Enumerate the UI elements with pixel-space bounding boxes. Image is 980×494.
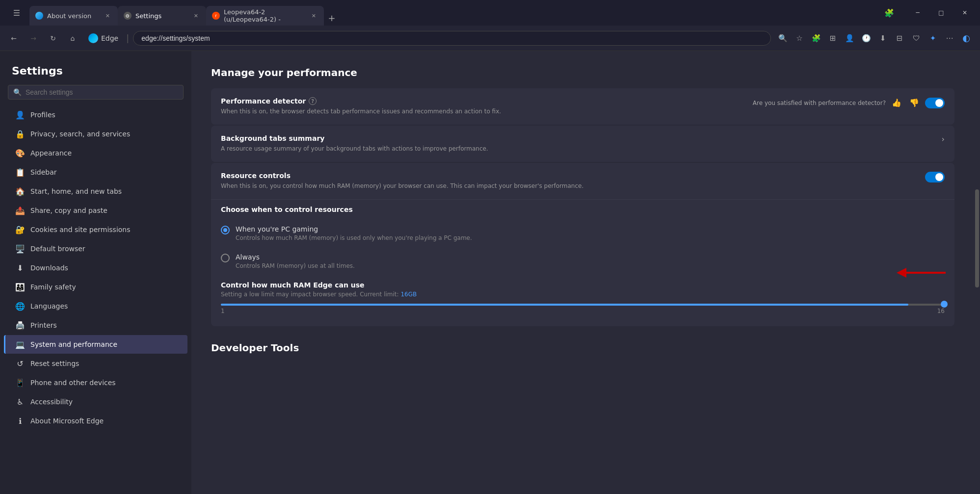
sidebar-item-phone-devices[interactable]: 📱 Phone and other devices [4, 373, 187, 392]
accessibility-icon: ♿ [16, 397, 25, 406]
family-safety-icon: 👨‍👩‍👧 [16, 283, 25, 291]
content-area: Manage your performance Performance dete… [191, 51, 974, 494]
edge-logo-icon [88, 33, 98, 43]
sidebar-item-start-home[interactable]: 🏠 Start, home, and new tabs [4, 182, 187, 201]
sidebar-item-family-safety[interactable]: 👨‍👩‍👧 Family safety [4, 278, 187, 296]
thumbs-up-btn[interactable]: 👍 [890, 97, 903, 108]
limit-link[interactable]: 16GB [400, 291, 417, 298]
sidebar-item-default-browser[interactable]: 🖥️ Default browser [4, 239, 187, 258]
sidebar-item-share-copy[interactable]: 📤 Share, copy and paste [4, 201, 187, 220]
collections-btn[interactable]: ⊞ [825, 30, 841, 46]
slider-title-area: Control how much RAM Edge can use Settin… [221, 281, 945, 298]
radio-gaming-circle[interactable] [221, 226, 230, 234]
browser-essentials-btn[interactable]: 🛡 [908, 30, 924, 46]
sidebar-item-profiles[interactable]: 👤 Profiles [4, 105, 187, 124]
performance-detector-title: Performance detector ? [221, 97, 747, 105]
sidebar-item-downloads[interactable]: ⬇️ Downloads [4, 259, 187, 277]
performance-detector-card: Performance detector ? When this is on, … [211, 88, 954, 125]
slider-thumb[interactable] [941, 301, 948, 308]
sidebar-item-appearance[interactable]: 🎨 Appearance [4, 144, 187, 162]
tab-close-reddit[interactable]: ✕ [310, 12, 318, 20]
search-input[interactable] [26, 88, 178, 96]
extensions-btn[interactable]: 🧩 [878, 5, 901, 21]
sidebar-item-label-reset-settings: Reset settings [30, 360, 79, 367]
tab-label-reddit: Leopeva64-2 (u/Leopeva64-2) - [224, 8, 306, 23]
resource-controls-row: Resource controls When this is on, you c… [211, 163, 954, 200]
slider-header: Control how much RAM Edge can use Settin… [221, 281, 945, 298]
sidebar-item-label-sidebar: Sidebar [30, 168, 57, 176]
address-input[interactable] [133, 31, 771, 46]
copilot-btn[interactable]: ✦ [925, 30, 941, 46]
minimize-btn[interactable]: ─ [906, 5, 929, 21]
developer-tools-title: Developer Tools [211, 342, 954, 354]
performance-detector-toggle[interactable] [925, 98, 945, 108]
sidebar-item-label-languages: Languages [30, 302, 68, 310]
developer-tools-section: Developer Tools [211, 342, 954, 354]
search-box[interactable]: 🔍 [8, 85, 184, 100]
thumbs-down-btn[interactable]: 👎 [907, 97, 921, 108]
profile-btn[interactable]: 👤 [842, 30, 857, 46]
resource-controls-toggle[interactable] [925, 172, 945, 182]
sidebar-toggle-btn[interactable]: ☰ [9, 5, 25, 21]
background-tabs-content: Background tabs summary A resource usage… [221, 134, 936, 153]
favorites-btn[interactable]: ☆ [792, 30, 807, 46]
main-layout: Settings 🔍 👤 Profiles 🔒 Privacy, search,… [0, 51, 980, 494]
background-tabs-chevron: › [942, 134, 945, 144]
home-btn[interactable]: ⌂ [65, 30, 80, 46]
slider-max-label: 16 [937, 308, 945, 314]
back-btn[interactable]: ← [6, 30, 22, 46]
sidebar-item-system-performance[interactable]: 💻 System and performance [4, 335, 187, 354]
downloads-bar-btn[interactable]: ⬇ [875, 30, 891, 46]
sidebar-item-label-cookies: Cookies and site permissions [30, 226, 131, 234]
resource-subsection: Choose when to control resources When yo… [211, 206, 954, 326]
sidebar-icon: 📋 [16, 168, 25, 177]
resource-controls-toggle-area [925, 172, 945, 182]
refresh-btn[interactable]: ↻ [45, 30, 61, 46]
tab-reddit[interactable]: r Leopeva64-2 (u/Leopeva64-2) - ✕ [206, 6, 324, 26]
background-tabs-row[interactable]: Background tabs summary A resource usage… [211, 126, 954, 162]
tab-about-version[interactable]: About version ✕ [29, 6, 118, 26]
performance-detector-info-icon[interactable]: ? [309, 97, 317, 105]
edge-logo: Edge [84, 33, 122, 43]
annotation-arrow [897, 268, 946, 278]
radio-gaming[interactable]: When you're PC gaming Controls how much … [211, 219, 954, 247]
sidebar-item-reset-settings[interactable]: ↺ Reset settings [4, 354, 187, 373]
extensions-bar-btn[interactable]: 🧩 [808, 30, 824, 46]
close-btn[interactable]: ✕ [954, 5, 976, 21]
scrollbar-track[interactable] [974, 51, 980, 494]
sidebar-item-languages[interactable]: 🌐 Languages [4, 297, 187, 315]
history-btn[interactable]: 🕐 [858, 30, 874, 46]
sidebar-item-printers[interactable]: 🖨️ Printers [4, 316, 187, 335]
slider-desc: Setting a low limit may impact browser s… [221, 291, 945, 298]
sidebar-item-privacy[interactable]: 🔒 Privacy, search, and services [4, 125, 187, 143]
sidebar-item-about-edge[interactable]: ℹ️ About Microsoft Edge [4, 412, 187, 430]
start-home-icon: 🏠 [16, 187, 25, 196]
tab-icon-about [35, 12, 43, 20]
system-performance-icon: 💻 [16, 340, 25, 349]
edge-copilot-sidebar-btn[interactable]: ◐ [958, 30, 974, 46]
more-btn[interactable]: ⋯ [942, 30, 957, 46]
tab-close-settings[interactable]: ✕ [192, 12, 200, 20]
scrollbar-thumb[interactable] [975, 189, 979, 287]
appearance-icon: 🎨 [16, 149, 25, 157]
sidebar-item-sidebar[interactable]: 📋 Sidebar [4, 163, 187, 182]
tab-close-about[interactable]: ✕ [104, 12, 112, 20]
radio-gaming-label: When you're PC gaming [236, 225, 472, 233]
apps-btn[interactable]: ⊟ [892, 30, 907, 46]
sidebar-item-cookies[interactable]: 🔐 Cookies and site permissions [4, 220, 187, 239]
resource-controls-card: Resource controls When this is on, you c… [211, 163, 954, 326]
radio-gaming-content: When you're PC gaming Controls how much … [236, 225, 472, 241]
search-icon: 🔍 [13, 88, 22, 96]
forward-btn[interactable]: → [26, 30, 41, 46]
radio-always-circle[interactable] [221, 254, 230, 262]
maximize-btn[interactable]: □ [930, 5, 953, 21]
search-btn[interactable]: 🔍 [775, 30, 791, 46]
radio-always[interactable]: Always Controls RAM (memory) use at all … [211, 247, 954, 275]
tab-settings[interactable]: ⚙ Settings ✕ [118, 6, 206, 26]
slider-track[interactable] [221, 304, 945, 306]
performance-detector-content: Performance detector ? When this is on, … [221, 97, 747, 116]
sidebar-item-accessibility[interactable]: ♿ Accessibility [4, 392, 187, 411]
new-tab-button[interactable]: + [324, 10, 340, 26]
default-browser-icon: 🖥️ [16, 244, 25, 253]
slider-fill [221, 304, 908, 306]
